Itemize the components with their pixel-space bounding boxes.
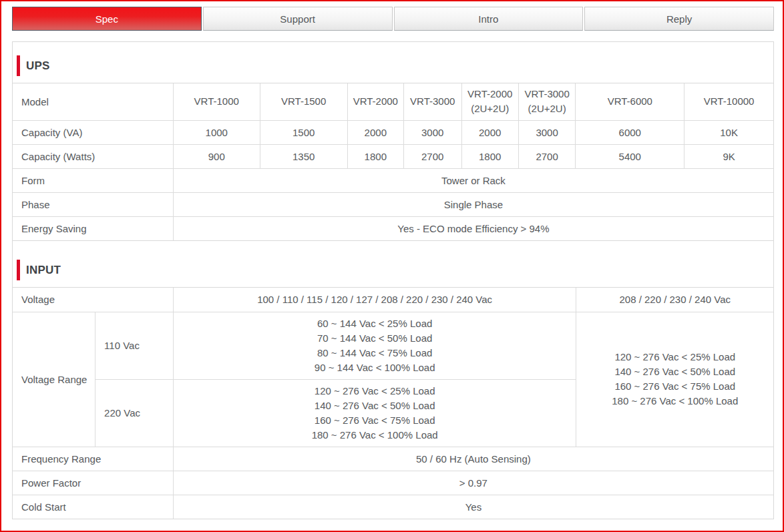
ups-table: Model VRT-1000 VRT-1500 VRT-2000 VRT-300… <box>13 83 773 240</box>
capacity-va-cell: 2000 <box>347 120 403 144</box>
capacity-va-cell: 2000 <box>461 120 518 144</box>
capacity-va-cell: 6000 <box>576 120 684 144</box>
table-row-form: Form Tower or Rack <box>13 168 773 192</box>
table-row-voltage-range-110: Voltage Range 110 Vac 60 ~ 144 Vac < 25%… <box>13 312 773 379</box>
table-row-phase: Phase Single Phase <box>13 192 773 216</box>
capacity-watts-cell: 1350 <box>260 144 347 168</box>
input-table: Voltage 100 / 110 / 115 / 120 / 127 / 20… <box>13 288 773 519</box>
row-label: Energy Saving <box>13 216 173 240</box>
ups-section-header: UPS <box>13 42 773 83</box>
model-cell: VRT-2000 (2U+2U) <box>461 83 518 120</box>
row-label: Form <box>13 168 173 192</box>
section-marker-bar <box>17 55 20 76</box>
capacity-watts-cell: 2700 <box>518 144 575 168</box>
capacity-va-cell: 3000 <box>518 120 575 144</box>
phase-cell: Single Phase <box>173 192 773 216</box>
model-cell: VRT-1500 <box>260 83 347 120</box>
capacity-watts-cell: 1800 <box>347 144 403 168</box>
input-section-title: INPUT <box>26 264 61 277</box>
power-factor-cell: > 0.97 <box>173 471 773 495</box>
tab-reply[interactable]: Reply <box>584 7 774 31</box>
table-row-capacity-watts: Capacity (Watts) 900 1350 1800 2700 1800… <box>13 144 773 168</box>
form-cell: Tower or Rack <box>173 168 773 192</box>
row-label: Power Factor <box>13 471 173 495</box>
tab-support[interactable]: Support <box>203 7 393 31</box>
capacity-va-cell: 1500 <box>260 120 347 144</box>
voltage-high-cell: 208 / 220 / 230 / 240 Vac <box>576 288 773 312</box>
table-row-model: Model VRT-1000 VRT-1500 VRT-2000 VRT-300… <box>13 83 773 120</box>
row-label: Frequency Range <box>13 447 173 471</box>
capacity-watts-cell: 2700 <box>403 144 461 168</box>
model-cell: VRT-10000 <box>684 83 773 120</box>
row-label: Capacity (Watts) <box>13 144 173 168</box>
table-row-voltage: Voltage 100 / 110 / 115 / 120 / 127 / 20… <box>13 288 773 312</box>
section-marker-bar <box>17 260 20 280</box>
model-cell: VRT-2000 <box>347 83 403 120</box>
model-cell: VRT-6000 <box>576 83 684 120</box>
sub-row-label: 220 Vac <box>95 379 174 447</box>
capacity-va-cell: 1000 <box>173 120 260 144</box>
row-label: Model <box>13 83 173 120</box>
frequency-cell: 50 / 60 Hz (Auto Sensing) <box>173 447 773 471</box>
input-section-header: INPUT <box>13 240 773 288</box>
energy-saving-cell: Yes - ECO mode Efficiency > 94% <box>173 216 773 240</box>
ups-section-title: UPS <box>26 59 50 73</box>
table-row-capacity-va: Capacity (VA) 1000 1500 2000 3000 2000 3… <box>13 120 773 144</box>
table-row-power-factor: Power Factor > 0.97 <box>13 471 773 495</box>
tab-intro[interactable]: Intro <box>394 7 584 31</box>
model-cell: VRT-1000 <box>173 83 260 120</box>
capacity-va-cell: 10K <box>684 120 773 144</box>
row-label: Capacity (VA) <box>13 120 173 144</box>
voltage-range-high-cell: 120 ~ 276 Vac < 25% Load 140 ~ 276 Vac <… <box>576 312 773 447</box>
model-cell: VRT-3000 <box>403 83 461 120</box>
table-row-frequency-range: Frequency Range 50 / 60 Hz (Auto Sensing… <box>13 447 773 471</box>
sub-row-label: 110 Vac <box>95 312 174 379</box>
table-row-energy-saving: Energy Saving Yes - ECO mode Efficiency … <box>13 216 773 240</box>
spec-panel: UPS Model VRT-1000 VRT-1500 VRT-2000 VRT… <box>12 41 774 519</box>
capacity-watts-cell: 9K <box>684 144 773 168</box>
table-row-cold-start: Cold Start Yes <box>13 495 773 519</box>
tab-spec[interactable]: Spec <box>12 7 202 31</box>
tab-bar: Spec Support Intro Reply <box>12 7 774 31</box>
row-label: Voltage <box>13 288 173 312</box>
row-label: Voltage Range <box>13 312 95 447</box>
row-label: Phase <box>13 192 173 216</box>
voltage-main-cell: 100 / 110 / 115 / 120 / 127 / 208 / 220 … <box>173 288 576 312</box>
row-label: Cold Start <box>13 495 173 519</box>
capacity-watts-cell: 1800 <box>461 144 518 168</box>
voltage-range-110-cell: 60 ~ 144 Vac < 25% Load 70 ~ 144 Vac < 5… <box>173 312 576 379</box>
cold-start-cell: Yes <box>173 495 773 519</box>
capacity-watts-cell: 900 <box>173 144 260 168</box>
model-cell: VRT-3000 (2U+2U) <box>518 83 575 120</box>
capacity-va-cell: 3000 <box>403 120 461 144</box>
capacity-watts-cell: 5400 <box>576 144 684 168</box>
voltage-range-220-cell: 120 ~ 276 Vac < 25% Load 140 ~ 276 Vac <… <box>173 379 576 447</box>
